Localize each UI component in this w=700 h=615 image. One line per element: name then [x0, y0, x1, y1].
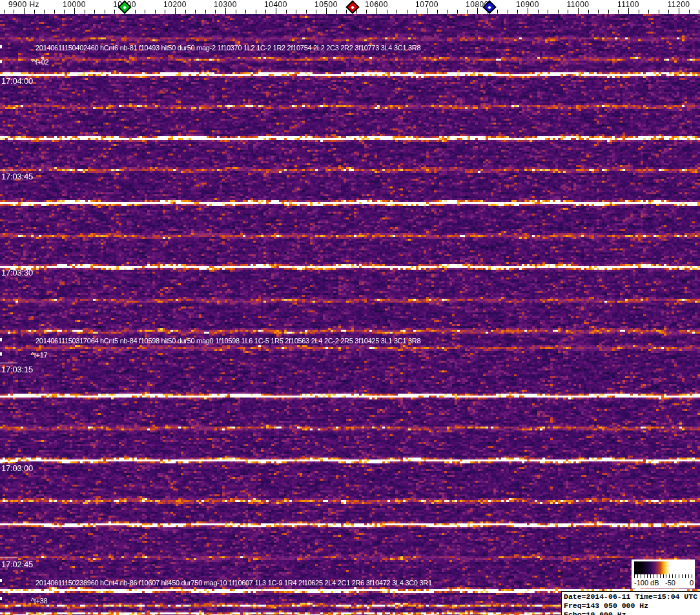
minor-tick [245, 10, 246, 14]
time-label: 17:02:45 [1, 560, 33, 569]
minor-tick [34, 10, 35, 14]
minor-tick [256, 10, 256, 14]
colorbar-tick [654, 574, 654, 578]
minor-tick [356, 10, 357, 14]
minor-tick [336, 10, 337, 14]
major-tick [276, 8, 276, 14]
minor-tick [114, 10, 115, 14]
minor-tick [145, 10, 145, 14]
minor-tick [598, 10, 599, 14]
meteor-event-time-tag: ^t+02 [32, 58, 48, 66]
minor-tick [165, 10, 165, 14]
frequency-axis: 9900 Hz100001010010200103001040010500106… [0, 0, 700, 14]
colorbar-tick [685, 574, 686, 578]
minor-tick [568, 10, 568, 14]
colorbar-tick [634, 574, 635, 578]
major-tick [679, 8, 679, 14]
colorbar-label-max: 0 [690, 579, 694, 587]
minor-tick [699, 10, 699, 14]
minor-tick [668, 10, 669, 14]
event-edge-mark [0, 45, 2, 48]
time-label: 17:03:30 [1, 268, 33, 277]
minor-tick [407, 10, 407, 14]
major-tick [477, 8, 478, 14]
minor-tick [608, 10, 609, 14]
major-tick [225, 8, 226, 14]
colorbar-tick [650, 574, 651, 578]
minor-tick [548, 10, 548, 14]
meteor-event-detail: 20140611150402460 hCnt6 nb-81 f10493 hit… [36, 44, 420, 52]
colorbar-tick [688, 574, 689, 578]
minor-tick [155, 10, 156, 14]
marker-center-dot [123, 5, 127, 9]
colorbar-ticks [634, 574, 692, 579]
colorbar-tick [679, 574, 679, 578]
major-tick [578, 8, 579, 14]
minor-tick [346, 10, 347, 14]
colorbar-labels: -100 dB -50 0 [633, 579, 694, 588]
minor-tick [286, 10, 287, 14]
meteor-event-time-tag: ^t+17 [31, 351, 47, 359]
colorbar-tick [641, 574, 641, 578]
minor-tick [135, 10, 136, 14]
minor-tick [517, 10, 518, 14]
minor-tick [14, 10, 14, 14]
minor-tick [85, 10, 85, 14]
colorbar-tick [672, 574, 673, 578]
major-tick [628, 8, 629, 14]
minor-tick [648, 10, 649, 14]
meteor-event-time-tag: ^t+38 [31, 597, 47, 605]
colorbar-tick [644, 574, 644, 578]
colorbar-tick [637, 574, 638, 578]
spectrogram-area: 17:04:0017:03:4517:03:3017:03:1517:03:00… [0, 14, 700, 615]
red-marker-diamond-icon[interactable] [345, 0, 359, 14]
minor-tick [639, 10, 639, 14]
colorbar: -100 dB -50 0 [632, 560, 695, 589]
colorbar-tick [657, 574, 657, 578]
colorbar-tick [660, 574, 661, 578]
minor-tick [417, 10, 417, 14]
marker-center-dot [488, 5, 491, 9]
minor-tick [296, 10, 296, 14]
minor-tick [457, 10, 458, 14]
major-tick [24, 8, 25, 14]
minor-tick [659, 10, 659, 14]
info-echo: Echo=10 600 Hz [564, 610, 700, 615]
minor-tick [205, 10, 206, 14]
info-frequency: Freq=143 050 000 Hz [564, 601, 700, 610]
time-tick-mark [0, 363, 17, 363]
minor-tick [215, 10, 216, 14]
major-tick [74, 8, 75, 14]
time-label: 17:03:15 [1, 365, 33, 374]
observation-info-box: Date=2014-06-11 Time=15:04 UTC Freq=143 … [561, 591, 700, 615]
colorbar-tick [669, 574, 670, 578]
minor-tick [689, 10, 690, 14]
minor-tick [185, 10, 186, 14]
time-tick-mark [0, 461, 17, 462]
time-tick-mark [0, 170, 17, 170]
minor-tick [306, 10, 307, 14]
minor-tick [44, 10, 45, 14]
minor-tick [467, 10, 468, 14]
colorbar-tick [663, 574, 664, 578]
minor-tick [396, 10, 397, 14]
time-tick-mark [0, 558, 17, 558]
colorbar-tick [675, 574, 676, 578]
minor-tick [447, 10, 448, 14]
minor-tick [508, 10, 508, 14]
major-tick [326, 8, 327, 14]
info-date-time: Date=2014-06-11 Time=15:04 UTC [564, 592, 700, 601]
minor-tick [618, 10, 619, 14]
minor-tick [366, 10, 367, 14]
major-tick [376, 8, 377, 14]
time-label: 17:03:45 [1, 172, 33, 181]
major-tick [528, 8, 528, 14]
minor-tick [387, 10, 387, 14]
minor-tick [316, 10, 316, 14]
marker-center-dot [351, 5, 355, 9]
app-window: 9900 Hz100001010010200103001040010500106… [0, 0, 700, 615]
minor-tick [105, 10, 105, 14]
colorbar-tick [682, 574, 683, 578]
time-tick-mark [0, 74, 17, 75]
event-edge-mark [0, 352, 2, 356]
